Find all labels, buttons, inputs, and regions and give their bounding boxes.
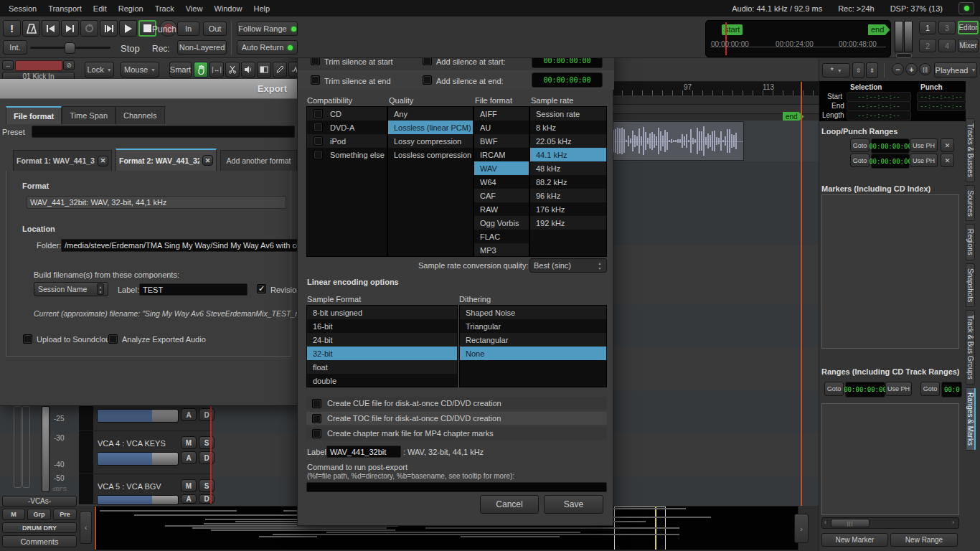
add-format-tab[interactable]: Add another format (220, 150, 297, 171)
trim-end-checkbox[interactable] (311, 75, 320, 85)
clear-button[interactable]: ✕ (941, 154, 954, 167)
zoom-in-button[interactable]: + (905, 63, 918, 75)
filename-component-dropdown[interactable]: Session Name ▲▼ (34, 282, 108, 296)
vca-disk-button[interactable]: D (199, 494, 215, 504)
analyze-audio-checkbox[interactable] (108, 334, 118, 344)
upload-soundcloud-checkbox[interactable] (23, 334, 32, 344)
menu-item[interactable]: View (180, 1, 209, 16)
view-2-button[interactable]: 2 (919, 39, 936, 52)
menu-item[interactable]: Region (113, 1, 149, 16)
markers-list[interactable] (821, 194, 959, 349)
export-dialog-titlebar[interactable]: Export (0, 79, 297, 99)
checkbox[interactable] (314, 109, 323, 118)
format-label-input[interactable]: WAV_441_32bit (326, 446, 401, 458)
auto-return-button[interactable]: Auto Return (237, 40, 298, 55)
sample-format-option[interactable]: 24-bit (307, 333, 457, 347)
punch-in-button[interactable]: In (177, 22, 199, 36)
loop-end-clock[interactable]: 00:00:00:00 (871, 154, 910, 169)
file-format-option[interactable]: CAF (474, 189, 529, 202)
smart-mode-button[interactable]: Smart (169, 62, 192, 77)
vca-fader[interactable] (97, 409, 179, 423)
loop-button[interactable] (80, 20, 98, 37)
sample-rate-option[interactable]: 96 kHz (530, 189, 606, 202)
loop-start-clock[interactable]: 00:00:00:00 (871, 138, 910, 154)
new-range-button[interactable]: New Range (890, 533, 958, 547)
file-format-option[interactable]: W64 (474, 175, 529, 189)
file-format-option[interactable]: AU (474, 121, 529, 134)
vca-solo-button[interactable]: S (199, 436, 215, 449)
dithering-option[interactable]: Triangular (460, 319, 606, 333)
sample-rate-option[interactable]: 44.1 kHz (530, 148, 606, 161)
file-format-option[interactable]: Ogg Vorbis (474, 216, 529, 230)
file-format-option[interactable]: BWF (474, 134, 529, 148)
sample-rate-option[interactable]: 192 kHz (530, 216, 606, 230)
zoom-preset-dropdown[interactable]: *▼ (822, 63, 850, 77)
use-ph-button[interactable]: Use PH (885, 382, 912, 396)
export-tab[interactable]: File format (6, 106, 62, 124)
format-summary-field[interactable]: WAV_441_32bit: WAV, 32-bit, 44,1 kHz (27, 196, 286, 209)
compatibility-option[interactable]: Something else (307, 148, 387, 161)
quality-option[interactable]: Lossy compression (388, 134, 473, 148)
menu-item[interactable]: Session (3, 1, 42, 16)
mini-timeline[interactable]: start end 00:00:00:00 00:00:24:00 00:00:… (705, 20, 891, 57)
use-ph-button[interactable]: Use PH (910, 138, 938, 152)
compatibility-option[interactable]: CD (307, 107, 387, 121)
record-enable-strip[interactable] (15, 60, 62, 71)
vca-fader[interactable] (97, 495, 179, 505)
hide-eye-button[interactable]: ⊘ (63, 60, 75, 70)
summary-right-button[interactable]: › (794, 514, 809, 543)
vca-mute-button[interactable]: M (181, 436, 197, 449)
goto-range-start-button[interactable]: Goto (824, 382, 844, 396)
cut-tool-button[interactable] (225, 62, 240, 77)
punch-end-clock[interactable]: --:--:--:-- (917, 101, 966, 111)
file-format-option[interactable]: WAV (474, 161, 529, 175)
zoom-vertical-expand-button[interactable]: ⇕ (866, 62, 878, 78)
silence-end-clock[interactable]: 00:00:00:00 (532, 72, 603, 88)
mouse-mode-dropdown[interactable]: Mouse▼ (121, 62, 159, 77)
goto-range-end-button[interactable]: Goto (920, 382, 940, 396)
file-format-option[interactable]: MP3 (474, 243, 529, 257)
vca-automation-button[interactable]: A (181, 408, 197, 421)
mute-group-button[interactable]: M (2, 509, 25, 520)
view-3-button[interactable]: 3 (938, 21, 956, 34)
new-marker-button[interactable]: New Marker (821, 533, 888, 547)
editor-button[interactable]: Editor (958, 21, 979, 34)
play-range-button[interactable] (100, 20, 118, 37)
src-quality-dropdown[interactable]: Best (sinc) ▲▼ (529, 258, 607, 273)
playhead[interactable] (801, 81, 802, 506)
dithering-option[interactable]: None (460, 347, 606, 360)
menu-item[interactable]: Edit (88, 1, 113, 16)
format-tab[interactable]: Format 1: WAV_441_32bit ✕ (13, 150, 112, 171)
view-4-button[interactable]: 4 (938, 39, 956, 52)
error-log-button[interactable]: ! (3, 20, 21, 37)
view-1-button[interactable]: 1 (919, 21, 936, 34)
file-format-option[interactable]: FLAC (474, 230, 529, 243)
quality-option[interactable]: Lossless (linear PCM) (388, 121, 473, 134)
play-button[interactable] (119, 20, 137, 37)
sample-rate-option[interactable]: 22.05 kHz (530, 134, 606, 148)
vca-mute-button[interactable]: M (181, 479, 197, 492)
punch-start-clock[interactable]: --:--:--:-- (917, 92, 966, 102)
contents-tool-button[interactable] (257, 62, 271, 77)
sidebar-tab[interactable]: Tracks & Busses (966, 118, 975, 182)
scroll-right-arrow[interactable]: › (952, 519, 954, 526)
metronome-button[interactable] (22, 20, 40, 37)
draw-tool-button[interactable] (273, 62, 287, 77)
sample-format-option[interactable]: float (307, 360, 457, 374)
vca-disk-button[interactable]: D (199, 451, 215, 464)
sample-rate-option[interactable]: 88.2 kHz (530, 175, 606, 189)
ranges-list[interactable] (821, 403, 959, 515)
close-tab-button[interactable]: ✕ (202, 155, 213, 166)
export-tab[interactable]: Time Span (62, 106, 116, 124)
clear-button[interactable]: ✕ (941, 138, 954, 152)
sync-source-button[interactable]: Int. (3, 40, 27, 55)
range-end-clock[interactable]: 00:0 (941, 382, 962, 397)
vca-disk-button[interactable]: D (199, 408, 215, 421)
file-format-option[interactable]: AIFF (474, 107, 529, 121)
horizontal-scrollbar[interactable]: ‹ ||| › (821, 517, 959, 529)
zoom-out-button[interactable]: − (892, 63, 904, 75)
zoom-focus-dropdown[interactable]: Playhead▼ (934, 62, 977, 77)
vca-automation-button[interactable]: A (181, 451, 197, 464)
format-tab[interactable]: Format 2: WAV_441_32bit ✕ (116, 149, 217, 171)
grab-tool-button[interactable] (194, 62, 208, 77)
